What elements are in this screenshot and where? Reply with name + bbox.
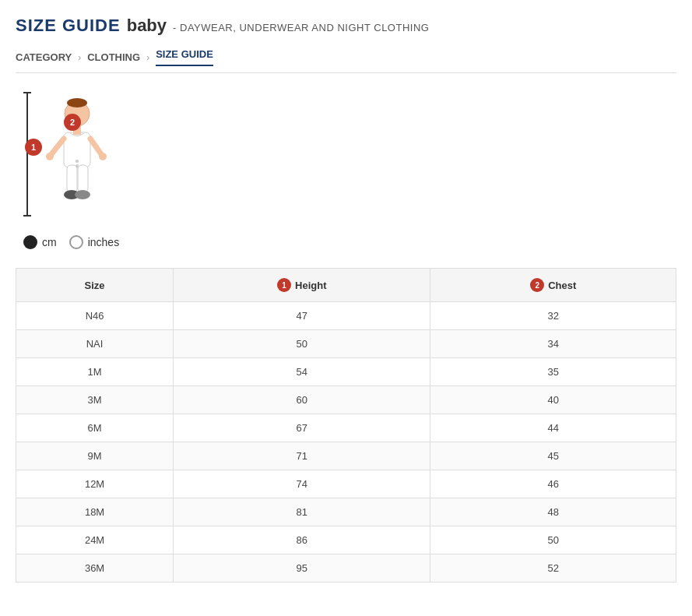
table-body: N464732NAI50341M54353M60406M67449M714512… [16,302,676,583]
svg-line-5 [90,139,101,154]
svg-point-13 [76,160,79,163]
radio-cm-filled [23,235,37,249]
cell-size: 1M [16,358,174,386]
table-row: 36M9552 [16,554,676,583]
cell-size: 9M [16,442,174,470]
svg-point-1 [67,98,87,107]
cell-size: 12M [16,470,174,498]
col-header-chest: 2 Chest [430,269,676,302]
cell-chest: 48 [430,498,676,526]
svg-point-6 [46,153,54,160]
table-row: 24M8650 [16,526,676,554]
chest-col-label: Chest [548,280,576,291]
size-table: Size 1 Height 2 Chest N464732NAI50341M54… [16,268,676,583]
page-title-area: SIZE GUIDE baby - DAYWEAR, UNDERWEAR AND… [16,16,676,36]
unit-toggle[interactable]: cm inches [23,235,119,249]
table-row: 6M6744 [16,414,676,442]
page-container: SIZE GUIDE baby - DAYWEAR, UNDERWEAR AND… [0,0,692,614]
cell-chest: 52 [430,554,676,583]
svg-rect-8 [67,165,77,192]
col-header-height: 1 Height [174,269,430,302]
cell-chest: 32 [430,302,676,330]
chest-header-badge: 2 Chest [530,278,576,292]
unit-cm-label: cm [42,236,57,248]
breadcrumb-clothing[interactable]: CLOTHING [87,51,140,63]
chevron-icon-2: › [146,52,149,63]
badge-chest: 2 [64,114,81,131]
cell-height: 81 [174,498,430,526]
cell-size: NAI [16,330,174,358]
cell-size: 6M [16,414,174,442]
cell-chest: 34 [430,330,676,358]
table-row: N464732 [16,302,676,330]
table-row: 12M7446 [16,470,676,498]
cell-height: 74 [174,470,430,498]
breadcrumb-size-guide[interactable]: SIZE GUIDE [156,48,213,66]
height-col-label: Height [295,280,326,291]
cell-size: 24M [16,526,174,554]
title-size-guide: SIZE GUIDE [16,16,121,36]
chevron-icon-1: › [78,52,81,63]
svg-line-4 [51,139,64,154]
cell-height: 86 [174,526,430,554]
baby-svg [34,92,112,216]
cell-height: 47 [174,302,430,330]
svg-point-12 [76,164,79,167]
table-row: 1M5435 [16,358,676,386]
table-row: 3M6040 [16,386,676,414]
height-header-badge: 1 Height [277,278,326,292]
cell-chest: 40 [430,386,676,414]
cell-chest: 50 [430,526,676,554]
cell-height: 60 [174,386,430,414]
cell-height: 95 [174,554,430,583]
cell-size: 3M [16,386,174,414]
cell-chest: 45 [430,442,676,470]
cell-height: 71 [174,442,430,470]
cell-size: 18M [16,498,174,526]
baby-figure-area: 1 2 [34,92,112,216]
cell-height: 50 [174,330,430,358]
cell-chest: 35 [430,358,676,386]
figure-wrapper: 1 2 [23,92,112,216]
unit-inches-option[interactable]: inches [69,235,119,249]
cell-height: 67 [174,414,430,442]
breadcrumb: CATEGORY › CLOTHING › SIZE GUIDE [16,48,676,73]
svg-point-11 [75,190,90,199]
table-row: 9M7145 [16,442,676,470]
title-baby: baby [127,16,167,36]
table-header-row: Size 1 Height 2 Chest [16,269,676,302]
svg-point-7 [99,153,107,160]
figure-section: 1 2 cm inches [16,92,676,249]
unit-cm-option[interactable]: cm [23,235,57,249]
cell-height: 54 [174,358,430,386]
breadcrumb-category[interactable]: CATEGORY [16,51,72,63]
radio-inches-empty [69,235,83,249]
col-header-size: Size [16,269,174,302]
cell-size: 36M [16,554,174,583]
title-subtitle: - DAYWEAR, UNDERWEAR AND NIGHT CLOTHING [173,22,429,33]
table-row: NAI5034 [16,330,676,358]
cell-size: N46 [16,302,174,330]
height-badge-number: 1 [277,278,291,292]
unit-inches-label: inches [88,236,119,248]
svg-rect-9 [78,165,88,192]
table-row: 18M8148 [16,498,676,526]
badge-height: 1 [25,139,42,156]
cell-chest: 46 [430,470,676,498]
chest-badge-number: 2 [530,278,544,292]
cell-chest: 44 [430,414,676,442]
bracket-bottom [23,215,31,216]
